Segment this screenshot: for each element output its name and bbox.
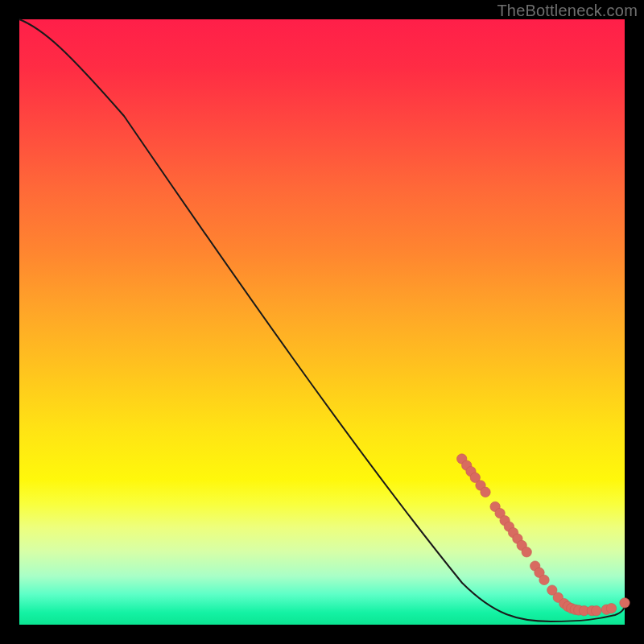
- watermark-label: TheBottleneck.com: [497, 2, 638, 20]
- data-marker: [592, 606, 601, 616]
- chart-frame: TheBottleneck.com: [0, 0, 644, 644]
- data-marker: [606, 604, 616, 613]
- curve-svg: [19, 19, 625, 625]
- data-marker: [620, 598, 630, 608]
- data-marker: [539, 575, 549, 584]
- data-marker: [522, 547, 531, 557]
- data-marker: [481, 487, 490, 497]
- plot-area: [19, 19, 625, 625]
- bottleneck-curve-path: [19, 19, 625, 621]
- marker-group: [457, 454, 630, 616]
